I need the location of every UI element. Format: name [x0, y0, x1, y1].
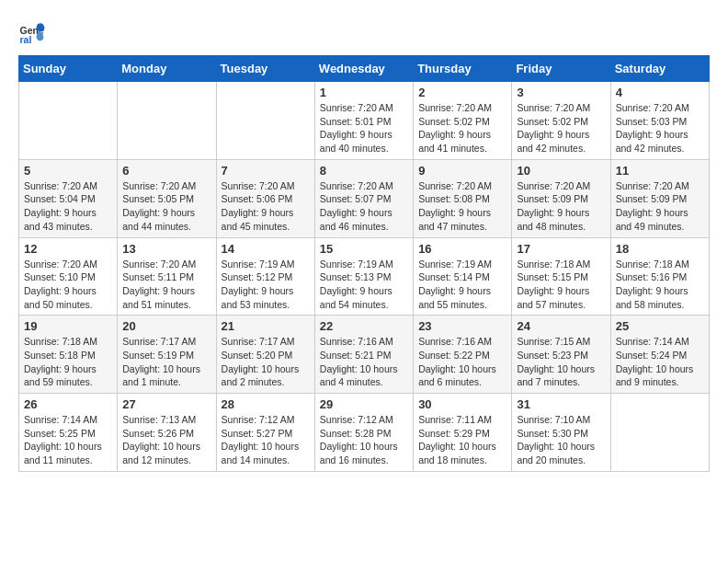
- day-info: Sunrise: 7:13 AM Sunset: 5:26 PM Dayligh…: [122, 413, 210, 467]
- day-info: Sunrise: 7:12 AM Sunset: 5:27 PM Dayligh…: [222, 413, 310, 467]
- calendar-cell: 24Sunrise: 7:15 AM Sunset: 5:23 PM Dayli…: [512, 316, 610, 394]
- calendar-week-row: 26Sunrise: 7:14 AM Sunset: 5:25 PM Dayli…: [19, 394, 710, 472]
- day-number: 19: [24, 319, 112, 333]
- calendar-week-row: 12Sunrise: 7:20 AM Sunset: 5:10 PM Dayli…: [19, 237, 710, 316]
- day-info: Sunrise: 7:20 AM Sunset: 5:04 PM Dayligh…: [24, 179, 112, 234]
- calendar-week-row: 19Sunrise: 7:18 AM Sunset: 5:18 PM Dayli…: [19, 316, 710, 394]
- day-info: Sunrise: 7:16 AM Sunset: 5:22 PM Dayligh…: [418, 335, 506, 389]
- day-number: 25: [616, 319, 704, 333]
- calendar-cell: 16Sunrise: 7:19 AM Sunset: 5:14 PM Dayli…: [414, 237, 512, 316]
- calendar-cell: 8Sunrise: 7:20 AM Sunset: 5:07 PM Daylig…: [314, 159, 413, 237]
- day-info: Sunrise: 7:18 AM Sunset: 5:15 PM Dayligh…: [517, 258, 605, 312]
- day-number: 1: [320, 86, 408, 99]
- day-number: 4: [616, 86, 704, 99]
- day-number: 27: [122, 397, 210, 411]
- day-info: Sunrise: 7:11 AM Sunset: 5:29 PM Dayligh…: [418, 413, 506, 467]
- day-number: 2: [418, 86, 506, 99]
- day-number: 21: [222, 319, 310, 333]
- calendar-cell: 27Sunrise: 7:13 AM Sunset: 5:26 PM Dayli…: [118, 394, 216, 472]
- day-info: Sunrise: 7:20 AM Sunset: 5:09 PM Dayligh…: [517, 179, 605, 234]
- logo: Gene ral: [18, 18, 50, 46]
- calendar-cell: 29Sunrise: 7:12 AM Sunset: 5:28 PM Dayli…: [314, 394, 413, 472]
- day-info: Sunrise: 7:20 AM Sunset: 5:05 PM Dayligh…: [122, 179, 210, 234]
- day-info: Sunrise: 7:14 AM Sunset: 5:24 PM Dayligh…: [616, 335, 704, 389]
- weekday-header-thursday: Thursday: [414, 56, 512, 82]
- day-info: Sunrise: 7:16 AM Sunset: 5:21 PM Dayligh…: [320, 335, 408, 389]
- svg-text:ral: ral: [20, 34, 32, 45]
- day-number: 16: [418, 242, 506, 256]
- calendar-cell: 15Sunrise: 7:19 AM Sunset: 5:13 PM Dayli…: [314, 237, 413, 316]
- day-info: Sunrise: 7:15 AM Sunset: 5:23 PM Dayligh…: [517, 335, 605, 389]
- day-info: Sunrise: 7:20 AM Sunset: 5:09 PM Dayligh…: [616, 179, 704, 234]
- calendar-cell: 6Sunrise: 7:20 AM Sunset: 5:05 PM Daylig…: [118, 159, 216, 237]
- calendar-cell: 13Sunrise: 7:20 AM Sunset: 5:11 PM Dayli…: [118, 237, 216, 316]
- calendar-cell: 20Sunrise: 7:17 AM Sunset: 5:19 PM Dayli…: [118, 316, 216, 394]
- calendar-cell: 31Sunrise: 7:10 AM Sunset: 5:30 PM Dayli…: [512, 394, 610, 472]
- day-number: 12: [24, 242, 112, 256]
- day-info: Sunrise: 7:20 AM Sunset: 5:11 PM Dayligh…: [122, 258, 210, 312]
- calendar-cell: 26Sunrise: 7:14 AM Sunset: 5:25 PM Dayli…: [19, 394, 118, 472]
- day-number: 29: [320, 397, 408, 411]
- page-header: Gene ral: [18, 18, 710, 46]
- day-number: 22: [320, 319, 408, 333]
- calendar-cell: 17Sunrise: 7:18 AM Sunset: 5:15 PM Dayli…: [512, 237, 610, 316]
- calendar-cell: 7Sunrise: 7:20 AM Sunset: 5:06 PM Daylig…: [216, 159, 314, 237]
- calendar-cell: 30Sunrise: 7:11 AM Sunset: 5:29 PM Dayli…: [414, 394, 512, 472]
- day-info: Sunrise: 7:14 AM Sunset: 5:25 PM Dayligh…: [24, 413, 112, 467]
- day-number: 15: [320, 242, 408, 256]
- day-number: 3: [517, 86, 605, 99]
- day-info: Sunrise: 7:17 AM Sunset: 5:19 PM Dayligh…: [122, 335, 210, 389]
- day-number: 23: [418, 319, 506, 333]
- calendar-cell: 28Sunrise: 7:12 AM Sunset: 5:27 PM Dayli…: [216, 394, 314, 472]
- calendar-cell: [118, 82, 216, 160]
- calendar-cell: 3Sunrise: 7:20 AM Sunset: 5:02 PM Daylig…: [512, 82, 610, 160]
- calendar-cell: 25Sunrise: 7:14 AM Sunset: 5:24 PM Dayli…: [610, 316, 709, 394]
- day-info: Sunrise: 7:19 AM Sunset: 5:12 PM Dayligh…: [222, 258, 310, 312]
- day-number: 17: [517, 242, 605, 256]
- logo-icon: Gene ral: [18, 18, 46, 46]
- day-info: Sunrise: 7:20 AM Sunset: 5:03 PM Dayligh…: [616, 101, 704, 155]
- weekday-header-tuesday: Tuesday: [216, 56, 314, 82]
- day-info: Sunrise: 7:18 AM Sunset: 5:16 PM Dayligh…: [616, 258, 704, 312]
- calendar-table: SundayMondayTuesdayWednesdayThursdayFrid…: [18, 55, 710, 472]
- calendar-cell: 5Sunrise: 7:20 AM Sunset: 5:04 PM Daylig…: [19, 159, 118, 237]
- day-number: 26: [24, 397, 112, 411]
- day-number: 13: [122, 242, 210, 256]
- day-number: 18: [616, 242, 704, 256]
- day-info: Sunrise: 7:10 AM Sunset: 5:30 PM Dayligh…: [517, 413, 605, 467]
- day-number: 9: [418, 164, 506, 178]
- day-number: 11: [616, 164, 704, 178]
- calendar-cell: 4Sunrise: 7:20 AM Sunset: 5:03 PM Daylig…: [610, 82, 709, 160]
- day-number: 5: [24, 164, 112, 178]
- calendar-cell: 19Sunrise: 7:18 AM Sunset: 5:18 PM Dayli…: [19, 316, 118, 394]
- day-info: Sunrise: 7:20 AM Sunset: 5:07 PM Dayligh…: [320, 179, 408, 234]
- day-info: Sunrise: 7:20 AM Sunset: 5:06 PM Dayligh…: [222, 179, 310, 234]
- calendar-cell: 23Sunrise: 7:16 AM Sunset: 5:22 PM Dayli…: [414, 316, 512, 394]
- calendar-cell: 9Sunrise: 7:20 AM Sunset: 5:08 PM Daylig…: [414, 159, 512, 237]
- day-number: 30: [418, 397, 506, 411]
- calendar-week-row: 1Sunrise: 7:20 AM Sunset: 5:01 PM Daylig…: [19, 82, 710, 160]
- calendar-cell: 1Sunrise: 7:20 AM Sunset: 5:01 PM Daylig…: [314, 82, 413, 160]
- weekday-header-monday: Monday: [118, 56, 216, 82]
- calendar-cell: 2Sunrise: 7:20 AM Sunset: 5:02 PM Daylig…: [414, 82, 512, 160]
- weekday-header-wednesday: Wednesday: [314, 56, 413, 82]
- day-info: Sunrise: 7:19 AM Sunset: 5:14 PM Dayligh…: [418, 258, 506, 312]
- day-info: Sunrise: 7:20 AM Sunset: 5:02 PM Dayligh…: [517, 101, 605, 155]
- day-info: Sunrise: 7:20 AM Sunset: 5:10 PM Dayligh…: [24, 258, 112, 312]
- calendar-cell: [19, 82, 118, 160]
- day-number: 6: [122, 164, 210, 178]
- day-info: Sunrise: 7:12 AM Sunset: 5:28 PM Dayligh…: [320, 413, 408, 467]
- day-number: 14: [222, 242, 310, 256]
- calendar-cell: 22Sunrise: 7:16 AM Sunset: 5:21 PM Dayli…: [314, 316, 413, 394]
- weekday-header-friday: Friday: [512, 56, 610, 82]
- calendar-cell: [610, 394, 709, 472]
- calendar-cell: 14Sunrise: 7:19 AM Sunset: 5:12 PM Dayli…: [216, 237, 314, 316]
- day-info: Sunrise: 7:20 AM Sunset: 5:02 PM Dayligh…: [418, 101, 506, 155]
- day-number: 8: [320, 164, 408, 178]
- day-number: 20: [122, 319, 210, 333]
- calendar-cell: [216, 82, 314, 160]
- calendar-cell: 10Sunrise: 7:20 AM Sunset: 5:09 PM Dayli…: [512, 159, 610, 237]
- weekday-header-sunday: Sunday: [19, 56, 118, 82]
- day-info: Sunrise: 7:19 AM Sunset: 5:13 PM Dayligh…: [320, 258, 408, 312]
- calendar-cell: 12Sunrise: 7:20 AM Sunset: 5:10 PM Dayli…: [19, 237, 118, 316]
